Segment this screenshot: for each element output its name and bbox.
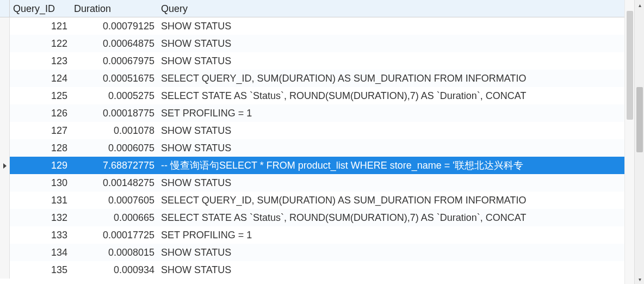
row-gutter[interactable] bbox=[0, 244, 10, 261]
cell-duration[interactable]: 0.00148275 bbox=[71, 174, 158, 192]
cell-duration[interactable]: 0.00018775 bbox=[71, 104, 158, 122]
cell-query[interactable]: SELECT QUERY_ID, SUM(DURATION) AS SUM_DU… bbox=[158, 192, 624, 209]
current-row-marker-icon bbox=[3, 163, 7, 169]
cell-query-id[interactable]: 133 bbox=[10, 226, 71, 244]
row-gutter[interactable] bbox=[0, 226, 10, 244]
table-row[interactable]: 1300.00148275SHOW STATUS bbox=[0, 174, 624, 192]
row-gutter[interactable] bbox=[0, 104, 10, 122]
cell-query-id[interactable]: 131 bbox=[10, 192, 71, 209]
table-row[interactable]: 1250.0005275SELECT STATE AS `Status`, RO… bbox=[0, 87, 624, 104]
table-row[interactable]: 1280.0006075SHOW STATUS bbox=[0, 139, 624, 157]
cell-query[interactable]: SHOW STATUS bbox=[158, 52, 624, 70]
cell-duration[interactable]: 0.00079125 bbox=[71, 17, 158, 35]
cell-duration[interactable]: 0.000665 bbox=[71, 209, 158, 226]
table-header[interactable]: Query_ID Duration Query bbox=[0, 0, 624, 17]
table-row[interactable]: 1297.68872775-- 慢查询语句SELECT * FROM produ… bbox=[0, 157, 624, 174]
table-row[interactable]: 1350.000934SHOW STATUS bbox=[0, 261, 624, 279]
cell-query-id[interactable]: 123 bbox=[10, 52, 71, 70]
row-gutter[interactable] bbox=[0, 17, 10, 35]
scroll-up-arrow-icon[interactable]: ▴ bbox=[635, 0, 644, 10]
cell-duration[interactable]: 0.0006075 bbox=[71, 139, 158, 157]
outer-vertical-scrollbar[interactable]: ▴ ▾ bbox=[634, 0, 644, 284]
cell-query[interactable]: SELECT STATE AS `Status`, ROUND(SUM(DURA… bbox=[158, 87, 624, 104]
row-gutter[interactable] bbox=[0, 70, 10, 87]
table-row[interactable]: 1320.000665SELECT STATE AS `Status`, ROU… bbox=[0, 209, 624, 226]
cell-query-id[interactable]: 127 bbox=[10, 122, 71, 139]
inner-scroll-thumb[interactable] bbox=[627, 11, 633, 120]
row-gutter[interactable] bbox=[0, 157, 10, 174]
row-gutter[interactable] bbox=[0, 52, 10, 70]
cell-query-id[interactable]: 122 bbox=[10, 35, 71, 52]
cell-query[interactable]: SHOW STATUS bbox=[158, 17, 624, 35]
cell-duration[interactable]: 0.0007605 bbox=[71, 192, 158, 209]
table-row[interactable]: 1220.00064875SHOW STATUS bbox=[0, 35, 624, 52]
column-header-query[interactable]: Query bbox=[158, 0, 624, 17]
cell-query[interactable]: SHOW STATUS bbox=[158, 174, 624, 192]
row-gutter[interactable] bbox=[0, 139, 10, 157]
cell-duration[interactable]: 0.000934 bbox=[71, 261, 158, 279]
cell-duration[interactable]: 7.68872775 bbox=[71, 157, 158, 174]
cell-duration[interactable]: 0.001078 bbox=[71, 122, 158, 139]
table-row[interactable]: 1270.001078SHOW STATUS bbox=[0, 122, 624, 139]
row-gutter[interactable] bbox=[0, 192, 10, 209]
cell-query-id[interactable]: 121 bbox=[10, 17, 71, 35]
cell-duration[interactable]: 0.00064875 bbox=[71, 35, 158, 52]
cell-query[interactable]: SELECT QUERY_ID, SUM(DURATION) AS SUM_DU… bbox=[158, 70, 624, 87]
column-header-duration[interactable]: Duration bbox=[71, 0, 158, 17]
table-row[interactable]: 1230.00067975SHOW STATUS bbox=[0, 52, 624, 70]
row-gutter[interactable] bbox=[0, 174, 10, 192]
table-row[interactable]: 1210.00079125SHOW STATUS bbox=[0, 17, 624, 35]
cell-duration[interactable]: 0.0008015 bbox=[71, 244, 158, 261]
cell-duration[interactable]: 0.00017725 bbox=[71, 226, 158, 244]
cell-query[interactable]: SET PROFILING = 1 bbox=[158, 104, 624, 122]
cell-query[interactable]: SHOW STATUS bbox=[158, 35, 624, 52]
inner-vertical-scrollbar[interactable] bbox=[624, 0, 634, 284]
row-gutter[interactable] bbox=[0, 35, 10, 52]
cell-duration[interactable]: 0.0005275 bbox=[71, 87, 158, 104]
cell-query-id[interactable]: 125 bbox=[10, 87, 71, 104]
cell-query-id[interactable]: 124 bbox=[10, 70, 71, 87]
cell-query-id[interactable]: 130 bbox=[10, 174, 71, 192]
cell-query[interactable]: SELECT STATE AS `Status`, ROUND(SUM(DURA… bbox=[158, 209, 624, 226]
table-row[interactable]: 1260.00018775SET PROFILING = 1 bbox=[0, 104, 624, 122]
cell-query-id[interactable]: 128 bbox=[10, 139, 71, 157]
results-table: Query_ID Duration Query 1210.00079125SHO… bbox=[0, 0, 624, 279]
row-gutter[interactable] bbox=[0, 209, 10, 226]
cell-query[interactable]: SHOW STATUS bbox=[158, 139, 624, 157]
column-header-query-id[interactable]: Query_ID bbox=[10, 0, 71, 17]
cell-query-id[interactable]: 135 bbox=[10, 261, 71, 279]
cell-duration[interactable]: 0.00067975 bbox=[71, 52, 158, 70]
table-row[interactable]: 1310.0007605SELECT QUERY_ID, SUM(DURATIO… bbox=[0, 192, 624, 209]
row-gutter[interactable] bbox=[0, 87, 10, 104]
cell-query[interactable]: SHOW STATUS bbox=[158, 244, 624, 261]
scroll-down-arrow-icon[interactable]: ▾ bbox=[635, 274, 644, 284]
row-gutter[interactable] bbox=[0, 122, 10, 139]
cell-query[interactable]: SHOW STATUS bbox=[158, 261, 624, 279]
table-row[interactable]: 1340.0008015SHOW STATUS bbox=[0, 244, 624, 261]
cell-query-id[interactable]: 126 bbox=[10, 104, 71, 122]
row-gutter[interactable] bbox=[0, 261, 10, 279]
cell-query[interactable]: SHOW STATUS bbox=[158, 122, 624, 139]
cell-query[interactable]: SET PROFILING = 1 bbox=[158, 226, 624, 244]
cell-query-id[interactable]: 132 bbox=[10, 209, 71, 226]
table-row[interactable]: 1330.00017725SET PROFILING = 1 bbox=[0, 226, 624, 244]
cell-duration[interactable]: 0.00051675 bbox=[71, 70, 158, 87]
table-row[interactable]: 1240.00051675SELECT QUERY_ID, SUM(DURATI… bbox=[0, 70, 624, 87]
query-results-panel: Query_ID Duration Query 1210.00079125SHO… bbox=[0, 0, 644, 284]
row-gutter-header bbox=[0, 0, 10, 17]
cell-query[interactable]: -- 慢查询语句SELECT * FROM product_list WHERE… bbox=[158, 157, 624, 174]
outer-scroll-thumb[interactable] bbox=[636, 87, 643, 152]
results-grid[interactable]: Query_ID Duration Query 1210.00079125SHO… bbox=[0, 0, 624, 284]
cell-query-id[interactable]: 129 bbox=[10, 157, 71, 174]
cell-query-id[interactable]: 134 bbox=[10, 244, 71, 261]
